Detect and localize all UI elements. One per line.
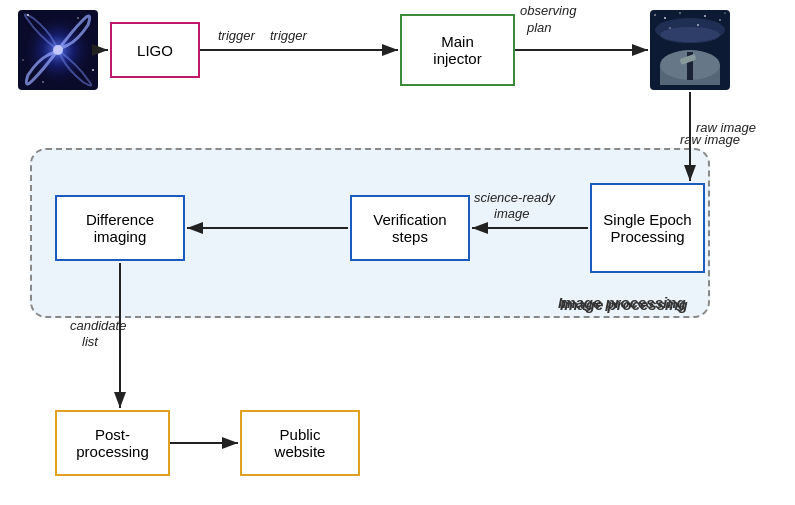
verification-label: Verification steps: [373, 211, 446, 245]
svg-point-11: [654, 14, 656, 16]
svg-text:plan: plan: [526, 20, 552, 35]
difference-imaging-label: Difference imaging: [86, 211, 154, 245]
telescope-image: [650, 10, 730, 90]
main-injector-label: Main injector: [433, 33, 481, 67]
public-website-label: Public website: [275, 426, 326, 460]
svg-point-14: [704, 15, 706, 17]
ligo-box: LIGO: [110, 22, 200, 78]
svg-text:candidate: candidate: [70, 318, 126, 333]
svg-point-3: [27, 14, 29, 16]
svg-text:list: list: [82, 334, 99, 349]
verification-box: Verification steps: [350, 195, 470, 261]
main-injector-box: Main injector: [400, 14, 515, 86]
svg-text:observing: observing: [520, 3, 577, 18]
postprocessing-box: Post- processing: [55, 410, 170, 476]
svg-point-16: [724, 12, 725, 13]
difference-imaging-box: Difference imaging: [55, 195, 185, 261]
single-epoch-label: Single Epoch Processing: [603, 211, 691, 245]
svg-point-18: [669, 27, 670, 28]
svg-text:trigger: trigger: [270, 28, 308, 43]
svg-point-15: [719, 19, 721, 21]
single-epoch-box: Single Epoch Processing: [590, 183, 705, 273]
ligo-label: LIGO: [137, 42, 173, 59]
svg-point-6: [92, 69, 94, 71]
svg-point-17: [697, 24, 699, 26]
pipeline-diagram: Image processing LIGO Main injector Sing…: [0, 0, 795, 505]
trigger-label: trigger: [218, 28, 255, 43]
svg-point-13: [679, 12, 680, 13]
svg-point-7: [42, 81, 44, 83]
raw-image-label: raw image: [680, 132, 740, 147]
svg-point-10: [660, 27, 720, 43]
svg-point-5: [22, 59, 23, 60]
svg-point-4: [77, 17, 79, 19]
svg-point-12: [664, 17, 666, 19]
svg-point-2: [53, 45, 63, 55]
image-processing-label: Image processing: [560, 296, 688, 313]
galaxy-image: [18, 10, 98, 90]
public-website-box: Public website: [240, 410, 360, 476]
postprocessing-label: Post- processing: [76, 426, 149, 460]
